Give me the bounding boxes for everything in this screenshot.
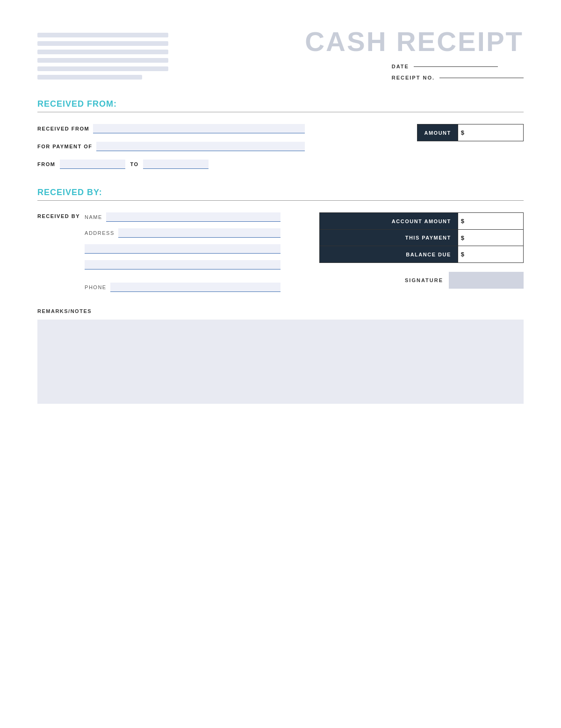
balance-due-dollar: $ — [458, 246, 467, 262]
date-label: DATE — [392, 64, 409, 69]
received-from-section-header: RECEIVED FROM: — [37, 99, 524, 112]
account-amount-dollar: $ — [458, 213, 467, 229]
header: CASH RECEIPT DATE RECEIPT NO. — [37, 28, 524, 80]
logo-line-4 — [37, 58, 168, 63]
phone-row: PHONE — [85, 283, 280, 292]
phone-label: PHONE — [85, 284, 107, 290]
remarks-label: REMARKS/NOTES — [37, 308, 524, 314]
date-input-line[interactable] — [414, 66, 498, 67]
to-label: TO — [130, 161, 138, 167]
remarks-box[interactable] — [37, 320, 524, 404]
this-payment-label: THIS PAYMENT — [320, 230, 458, 246]
extra-address-lines — [85, 244, 280, 269]
address-line-3[interactable] — [85, 260, 280, 269]
received-from-section: RECEIVED FROM: RECEIVED FROM FOR PAYMENT… — [37, 99, 524, 169]
address-label: ADDRESS — [85, 230, 115, 236]
received-from-title: RECEIVED FROM: — [37, 99, 117, 109]
from-input[interactable] — [60, 160, 125, 169]
account-amount-input[interactable] — [467, 213, 523, 229]
received-by-left: RECEIVED BY NAME ADDRESS — [37, 212, 280, 292]
signature-label: SIGNATURE — [405, 277, 443, 283]
logo-placeholder — [37, 33, 168, 80]
receipt-page: CASH RECEIPT DATE RECEIPT NO. RECEIVED F… — [0, 0, 561, 728]
received-by-row: RECEIVED BY NAME ADDRESS — [37, 212, 280, 292]
received-by-title: RECEIVED BY: — [37, 188, 102, 197]
receipt-no-field: RECEIPT NO. — [392, 75, 524, 80]
received-by-label: RECEIVED BY — [37, 212, 80, 219]
for-payment-row: FOR PAYMENT OF — [37, 142, 305, 151]
received-from-fields: RECEIVED FROM FOR PAYMENT OF FROM TO AMO… — [37, 124, 524, 169]
balance-due-row: BALANCE DUE $ — [319, 246, 524, 263]
address-input[interactable] — [118, 228, 280, 238]
phone-input[interactable] — [110, 283, 280, 292]
date-field: DATE — [392, 64, 524, 69]
receipt-no-label: RECEIPT NO. — [392, 75, 435, 80]
logo-line-1 — [37, 33, 168, 37]
name-label: NAME — [85, 214, 102, 220]
balance-due-input[interactable] — [467, 246, 523, 262]
amount-label: AMOUNT — [417, 124, 457, 141]
signature-row: SIGNATURE — [319, 272, 524, 289]
from-label: FROM — [37, 161, 55, 167]
name-row: NAME — [85, 212, 280, 222]
logo-line-5 — [37, 66, 168, 71]
received-by-subfields: NAME ADDRESS PHONE — [85, 212, 280, 292]
this-payment-input[interactable] — [467, 230, 523, 246]
header-fields: DATE RECEIPT NO. — [392, 64, 524, 80]
remarks-section: REMARKS/NOTES — [37, 308, 524, 404]
received-from-label: RECEIVED FROM — [37, 126, 89, 131]
page-title: CASH RECEIPT — [305, 28, 524, 55]
header-right: CASH RECEIPT DATE RECEIPT NO. — [305, 28, 524, 80]
summary-right: ACCOUNT AMOUNT $ THIS PAYMENT $ BALANCE … — [319, 212, 524, 289]
this-payment-row: THIS PAYMENT $ — [319, 229, 524, 247]
name-input[interactable] — [106, 212, 280, 222]
received-by-section: RECEIVED BY: RECEIVED BY NAME ADDRESS — [37, 188, 524, 292]
logo-line-6 — [37, 75, 142, 80]
amount-box: AMOUNT $ — [417, 124, 524, 141]
received-by-content: RECEIVED BY NAME ADDRESS — [37, 212, 524, 292]
amount-value-input[interactable] — [467, 124, 523, 141]
account-amount-label: ACCOUNT AMOUNT — [320, 213, 458, 229]
logo-line-3 — [37, 50, 168, 54]
receipt-no-input-line[interactable] — [439, 78, 524, 78]
received-from-row: RECEIVED FROM — [37, 124, 305, 133]
for-payment-label: FOR PAYMENT OF — [37, 144, 93, 149]
received-from-left: RECEIVED FROM FOR PAYMENT OF FROM TO — [37, 124, 305, 169]
logo-line-2 — [37, 41, 168, 46]
address-line-2[interactable] — [85, 244, 280, 254]
account-amount-row: ACCOUNT AMOUNT $ — [319, 212, 524, 230]
this-payment-dollar: $ — [458, 230, 467, 246]
amount-dollar-sign: $ — [458, 124, 467, 141]
for-payment-input[interactable] — [96, 142, 305, 151]
address-row: ADDRESS — [85, 228, 280, 238]
received-from-input[interactable] — [93, 124, 305, 133]
to-input[interactable] — [143, 160, 209, 169]
signature-box[interactable] — [449, 272, 524, 289]
received-by-section-header: RECEIVED BY: — [37, 188, 524, 201]
balance-due-label: BALANCE DUE — [320, 246, 458, 262]
from-to-row: FROM TO — [37, 160, 305, 169]
